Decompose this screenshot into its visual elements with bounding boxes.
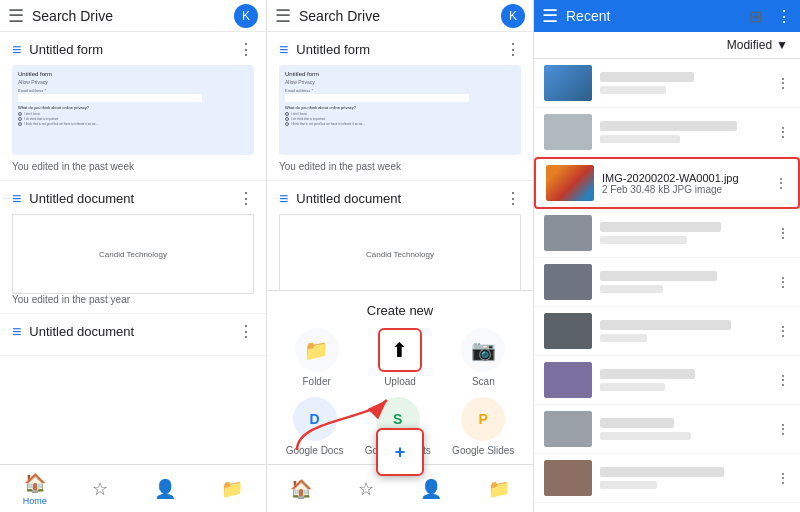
form-preview: Untitled form Allow Privacy Email addres… [12,65,254,155]
recent-item-f3[interactable]: ⋮ [534,209,800,258]
recent-item-f6[interactable]: ⋮ [534,356,800,405]
nav-home[interactable]: 🏠 Home [23,472,47,506]
recent-more-f7[interactable]: ⋮ [776,421,790,437]
blurred-name-f4 [600,271,717,281]
recent-item-f4[interactable]: ⋮ [534,258,800,307]
menu-icon-left[interactable]: ☰ [8,5,24,27]
recent-more-f2[interactable]: ⋮ [776,124,790,140]
recent-item-img1[interactable]: IMG-20200202-WA0001.jpg2 Feb 30.48 kB JP… [534,157,800,209]
header-title-left: Search Drive [32,8,226,24]
form-field-label1: Email address * [18,88,248,93]
create-new-title: Create new [275,303,525,318]
p2-nav-shared[interactable]: 👤 [420,478,442,500]
recent-more-f8[interactable]: ⋮ [776,470,790,486]
p2-radio-text-3: I think that is not good but we have to … [291,122,365,126]
nav-files[interactable]: 📁 [221,478,243,500]
p2-form-field1 [285,94,469,102]
avatar-left[interactable]: K [234,4,258,28]
p2-doc1-preview-text: Candid Technology [366,250,434,259]
panel-middle: ☰ Search Drive K ≡ Untitled form ⋮ Untit… [267,0,534,512]
recent-thumb-f5 [544,313,592,349]
file-title-row-form: ≡ Untitled form [12,41,103,59]
menu-icon-middle[interactable]: ☰ [275,5,291,27]
p2-nav-home[interactable]: 🏠 [290,478,312,500]
nav-shared[interactable]: 👤 [154,478,176,500]
doc1-more-button[interactable]: ⋮ [238,189,254,208]
blurred-meta-f8 [600,481,657,489]
create-slides-item[interactable]: P Google Slides [452,397,514,456]
recent-item-f5[interactable]: ⋮ [534,307,800,356]
doc2-more-button[interactable]: ⋮ [238,322,254,341]
recent-thumb-f3 [544,215,592,251]
file-card-header-form: ≡ Untitled form ⋮ [12,40,254,59]
create-docs-icon: D [293,397,337,441]
recent-info-f1 [600,72,768,94]
menu-icon-right[interactable]: ☰ [542,5,558,27]
nav-starred[interactable]: ☆ [92,478,108,500]
form-meta: You edited in the past week [12,161,254,172]
recent-info-f8 [600,467,768,489]
grid-view-icon[interactable]: ⊞ [749,7,762,26]
p2-radio-text-2: I do think that is important [291,117,325,121]
create-docs-item[interactable]: D Google Docs [286,397,344,456]
p2-nav-starred[interactable]: ☆ [358,478,374,500]
recent-more-img1[interactable]: ⋮ [774,175,788,191]
panel-right: ☰ Recent ⊞ ⋮ Modified ▼ ⋮⋮IMG-20200202-W… [534,0,800,512]
form-title: Untitled form [29,42,103,57]
recent-more-f1[interactable]: ⋮ [776,75,790,91]
recent-thumb-img1 [546,165,594,201]
doc1-icon: ≡ [12,190,21,208]
form-more-button[interactable]: ⋮ [238,40,254,59]
recent-thumb-f4 [544,264,592,300]
recent-more-f6[interactable]: ⋮ [776,372,790,388]
doc1-preview: Candid Technology [12,214,254,294]
blurred-meta-f7 [600,432,691,440]
p2-file-card-header-form: ≡ Untitled form ⋮ [279,40,521,59]
file-card-form: ≡ Untitled form ⋮ Untitled form Allow Pr… [0,32,266,181]
p2-star-icon: ☆ [358,478,374,500]
recent-more-f5[interactable]: ⋮ [776,323,790,339]
form-icon: ≡ [12,41,21,59]
recent-thumb-f2 [544,114,592,150]
p2-file-title-row-form: ≡ Untitled form [279,41,370,59]
recent-item-f8[interactable]: ⋮ [534,454,800,503]
fab-button[interactable]: + [376,428,424,476]
p2-nav-files[interactable]: 📁 [488,478,510,500]
sort-arrow-icon[interactable]: ▼ [776,38,788,52]
recent-item-f7[interactable]: ⋮ [534,405,800,454]
radio-dot-1 [18,112,22,116]
star-icon: ☆ [92,478,108,500]
radio-dot-3 [18,122,22,126]
create-upload-item[interactable]: ⬆ Upload [378,328,422,387]
radio-text-1: I don't know [24,112,40,116]
radio-text-3: I think that is not good but we have to … [24,122,98,126]
p2-form-more-button[interactable]: ⋮ [505,40,521,59]
recent-item-f2[interactable]: ⋮ [534,108,800,157]
create-scan-item[interactable]: 📷 Scan [461,328,505,387]
p2-doc1-more-button[interactable]: ⋮ [505,189,521,208]
p2-form-preview-title: Untitled form [285,71,515,77]
header-title-middle: Search Drive [299,8,493,24]
create-folder-item[interactable]: 📁 Folder [295,328,339,387]
recent-item-f1[interactable]: ⋮ [534,59,800,108]
recent-thumb-f1 [544,65,592,101]
recent-more-f4[interactable]: ⋮ [776,274,790,290]
form-radio-section: What do you think about online privacy? … [18,105,248,126]
blurred-name-f3 [600,222,721,232]
recent-info-f4 [600,271,768,293]
file-title-row-doc2: ≡ Untitled document [12,323,134,341]
recent-more-f3[interactable]: ⋮ [776,225,790,241]
recent-info-f5 [600,320,768,342]
header-right: ☰ Recent ⊞ ⋮ [534,0,800,32]
create-scan-icon: 📷 [461,328,505,372]
p2-form-icon: ≡ [279,41,288,59]
blurred-meta-f4 [600,285,663,293]
create-folder-label: Folder [302,376,330,387]
blurred-meta-f5 [600,334,647,342]
header-title-right: Recent [566,8,741,24]
p2-radio-item-3: I think that is not good but we have to … [285,122,515,126]
p2-form-field-label1: Email address * [285,88,515,93]
header-more-icon[interactable]: ⋮ [776,7,792,26]
avatar-middle[interactable]: K [501,4,525,28]
recent-info-f6 [600,369,768,391]
